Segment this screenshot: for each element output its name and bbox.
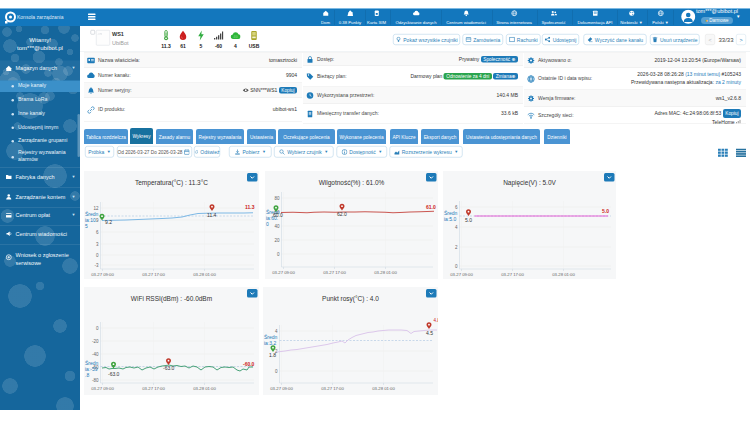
svg-text:0: 0 bbox=[275, 369, 278, 374]
svg-text:60.0: 60.0 bbox=[273, 212, 283, 218]
svg-text:4: 4 bbox=[455, 225, 458, 230]
svg-text:03-27 17:00: 03-27 17:00 bbox=[142, 272, 165, 277]
svg-text:03-27 09:00: 03-27 09:00 bbox=[91, 386, 114, 391]
svg-text:11.4: 11.4 bbox=[207, 212, 217, 218]
svg-text:-63.0: -63.0 bbox=[108, 371, 120, 377]
svg-text:5: 5 bbox=[85, 223, 88, 229]
svg-text:4.8: 4.8 bbox=[434, 318, 439, 323]
svg-text:4.5: 4.5 bbox=[426, 330, 433, 336]
svg-text:20: 20 bbox=[274, 238, 280, 243]
svg-text:3: 3 bbox=[96, 242, 99, 247]
svg-text:1.8: 1.8 bbox=[269, 352, 276, 358]
svg-text:Wilgotność(%) : 61.0%: Wilgotność(%) : 61.0% bbox=[319, 179, 385, 187]
svg-text:Średn: Średn bbox=[85, 210, 99, 217]
svg-text:Punkt rosy(°C) : 4.0: Punkt rosy(°C) : 4.0 bbox=[322, 295, 379, 303]
svg-text:Temperatura(°C) : 11.3°C: Temperatura(°C) : 11.3°C bbox=[135, 179, 208, 187]
svg-text:40: 40 bbox=[274, 224, 280, 229]
svg-text:Średn: Średn bbox=[444, 209, 458, 216]
svg-text:.8: .8 bbox=[85, 372, 89, 378]
svg-text:03-27 09:00: 03-27 09:00 bbox=[272, 270, 295, 275]
svg-text:Średn: Średn bbox=[264, 333, 278, 340]
svg-text:Średn: Średn bbox=[85, 359, 99, 366]
svg-text:-3: -3 bbox=[94, 263, 98, 268]
svg-text:WiFi RSSI(dBm) : -60.0dBm: WiFi RSSI(dBm) : -60.0dBm bbox=[131, 295, 212, 303]
svg-text:4: 4 bbox=[275, 329, 278, 334]
svg-text:6: 6 bbox=[96, 230, 99, 235]
svg-text:Napięcie(V) : 5.0V: Napięcie(V) : 5.0V bbox=[503, 179, 556, 187]
svg-text:03-28 01:00: 03-28 01:00 bbox=[374, 270, 397, 275]
svg-text:12: 12 bbox=[93, 206, 99, 211]
svg-text:03-27 09:00: 03-27 09:00 bbox=[91, 272, 114, 277]
svg-text:0: 0 bbox=[277, 252, 280, 257]
svg-text:2: 2 bbox=[455, 245, 458, 250]
svg-text:ia:5.0: ia:5.0 bbox=[444, 216, 456, 222]
svg-text:-60.0: -60.0 bbox=[243, 361, 255, 367]
svg-text:6: 6 bbox=[455, 205, 458, 210]
svg-text:61.0: 61.0 bbox=[426, 204, 436, 210]
svg-text:03-27 17:00: 03-27 17:00 bbox=[142, 386, 165, 391]
svg-text:03-27 17:00: 03-27 17:00 bbox=[323, 270, 346, 275]
svg-text:5.0: 5.0 bbox=[465, 217, 472, 223]
svg-text:0: 0 bbox=[455, 264, 458, 269]
svg-text:9.2: 9.2 bbox=[105, 219, 112, 225]
svg-text:0: 0 bbox=[96, 253, 99, 258]
svg-text:03-28 01:00: 03-28 01:00 bbox=[193, 386, 216, 391]
svg-text:0: 0 bbox=[266, 221, 269, 227]
svg-text:-63.0: -63.0 bbox=[163, 365, 175, 371]
svg-text:0: 0 bbox=[96, 326, 99, 331]
svg-text:03-28 01:00: 03-28 01:00 bbox=[552, 272, 575, 277]
svg-text:5.0: 5.0 bbox=[602, 208, 609, 214]
svg-text:-20: -20 bbox=[92, 339, 99, 344]
svg-text:03-28 01:00: 03-28 01:00 bbox=[372, 386, 395, 391]
svg-text:03-27 17:00: 03-27 17:00 bbox=[321, 386, 344, 391]
svg-text:-80: -80 bbox=[92, 378, 99, 383]
svg-text:80: 80 bbox=[274, 196, 280, 201]
svg-text:03-28 01:00: 03-28 01:00 bbox=[193, 272, 216, 277]
svg-text:4G: 4G bbox=[233, 35, 238, 39]
svg-text:03-27 09:00: 03-27 09:00 bbox=[450, 272, 473, 277]
svg-text:03-27 17:00: 03-27 17:00 bbox=[501, 272, 524, 277]
svg-text:-40: -40 bbox=[92, 352, 99, 357]
svg-text:62.0: 62.0 bbox=[337, 211, 347, 217]
svg-text:ia:3.2: ia:3.2 bbox=[264, 340, 276, 346]
svg-text:03-27 09:00: 03-27 09:00 bbox=[270, 386, 293, 391]
svg-text:11.3: 11.3 bbox=[245, 204, 255, 210]
